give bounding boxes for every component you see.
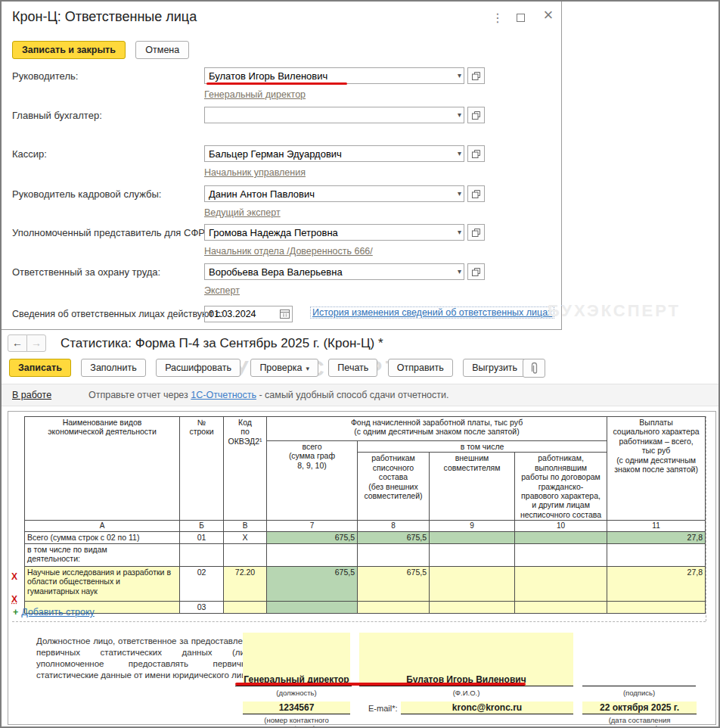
cell[interactable]	[180, 543, 224, 566]
cell[interactable]	[267, 543, 358, 566]
cell[interactable]: 675,5	[358, 566, 430, 601]
cell[interactable]	[267, 601, 358, 613]
open-record-button[interactable]	[467, 185, 485, 202]
valid-from-date-input[interactable]: 01.03.2024	[204, 306, 293, 322]
send-button[interactable]: Отправить	[388, 359, 453, 377]
print-area-divider	[12, 621, 706, 622]
window-menu-icon[interactable]: ⋮	[492, 11, 504, 25]
cell[interactable]: 675,5	[267, 566, 358, 601]
dropdown-arrow-icon[interactable]: ▾	[458, 110, 461, 119]
add-row-control: +Добавить строку	[13, 607, 95, 618]
manager-input[interactable]: Булатов Игорь Виленович ▾	[204, 67, 464, 84]
position-link[interactable]: Начальник управления	[204, 167, 306, 178]
history-link[interactable]: История изменения сведений об ответствен…	[310, 306, 554, 319]
dropdown-arrow-icon[interactable]: ▾	[458, 189, 461, 198]
dropdown-arrow-icon[interactable]: ▾	[458, 267, 461, 275]
open-record-button[interactable]	[467, 263, 485, 280]
labor-safety-input[interactable]: Воробьева Вера Валерьевна ▾	[204, 263, 464, 280]
dropdown-arrow-icon[interactable]: ▾	[458, 228, 461, 236]
cell[interactable]: 02	[180, 566, 224, 601]
cell[interactable]: 01	[180, 531, 224, 543]
page-title: Статистика: Форма П-4 за Сентябрь 2025 г…	[61, 336, 383, 351]
red-annotation-underline	[206, 82, 347, 85]
cell[interactable]	[430, 543, 515, 566]
open-record-button[interactable]	[467, 67, 485, 84]
decode-button[interactable]: Расшифровать	[156, 359, 241, 377]
maximize-icon[interactable]	[517, 14, 525, 22]
print-button[interactable]: Печать	[328, 359, 377, 377]
calendar-icon[interactable]	[279, 308, 290, 322]
export-button[interactable]: Выгрузить	[463, 359, 526, 377]
cell[interactable]	[430, 566, 515, 601]
dropdown-arrow-icon[interactable]: ▾	[458, 149, 461, 157]
cell[interactable]	[430, 531, 515, 543]
dropdown-arrow-icon[interactable]: ▾	[458, 71, 461, 79]
cell[interactable]: 27,8	[607, 531, 706, 543]
cell[interactable]: 03	[180, 601, 224, 613]
delete-row-icon[interactable]: X	[11, 571, 17, 582]
cashier-input[interactable]: Бальцер Герман Эдуардович ▾	[204, 145, 464, 162]
open-record-button[interactable]	[467, 224, 485, 241]
cell[interactable]: Научные исследования и разработки в обла…	[25, 566, 180, 601]
position-field[interactable]: Генеральный директор	[243, 633, 350, 686]
open-record-button[interactable]	[467, 145, 485, 162]
save-button[interactable]: Записать	[9, 359, 71, 377]
cell[interactable]	[515, 543, 607, 566]
open-icon	[471, 267, 481, 277]
position-link[interactable]: Генеральный директор	[204, 89, 306, 100]
cell[interactable]: Х	[224, 531, 267, 543]
open-icon	[471, 228, 481, 238]
cell[interactable]	[224, 601, 267, 613]
sfr-representative-input[interactable]: Громова Надежда Петровна ▾	[204, 224, 464, 241]
position-link[interactable]: Эксперт	[204, 285, 240, 296]
red-annotation-underline	[235, 683, 526, 686]
add-icon: +	[13, 607, 18, 618]
open-record-button[interactable]	[467, 107, 485, 123]
cell[interactable]: в том числе по видам деятельности:	[25, 543, 180, 566]
paperclip-icon	[529, 362, 539, 375]
field-label: Кассир:	[12, 148, 47, 160]
cell[interactable]: 72.20	[224, 566, 267, 601]
cell[interactable]	[607, 543, 706, 566]
hr-head-input[interactable]: Данин Антон Павлович ▾	[204, 185, 464, 202]
cell[interactable]	[358, 543, 430, 566]
attachments-button[interactable]	[523, 359, 545, 378]
email-field[interactable]: kronc@kronc.ru	[401, 702, 573, 714]
delete-row-icon[interactable]: X	[11, 594, 17, 605]
open-icon	[471, 71, 481, 81]
fill-button[interactable]: Заполнить	[81, 359, 145, 377]
forward-icon[interactable]: →	[26, 334, 46, 352]
status-state-link[interactable]: В работе	[12, 390, 51, 400]
field-label: Руководитель кадровой службы:	[12, 188, 161, 200]
cell[interactable]: 27,8	[607, 566, 706, 601]
position-link[interactable]: Ведущий эксперт	[204, 207, 281, 218]
cancel-button[interactable]: Отмена	[135, 41, 189, 59]
cell[interactable]	[358, 601, 430, 613]
check-button[interactable]: Проверка▾	[250, 359, 318, 377]
phone-field[interactable]: 1234567	[243, 702, 350, 714]
cell[interactable]	[224, 543, 267, 566]
header-cell: работникам, выполнявшим работы по догово…	[515, 453, 607, 521]
chief-accountant-input[interactable]: ▾	[204, 107, 464, 123]
caption: (дата составления документа)	[582, 717, 697, 728]
caption: (номер контактного телефона*)	[243, 717, 350, 728]
1c-reporting-link[interactable]: 1С-Отчетность	[191, 390, 256, 400]
add-row-link[interactable]: Добавить строку	[21, 607, 94, 618]
position-link[interactable]: Начальник отдела /Доверенность 666/	[204, 246, 373, 257]
cell[interactable]	[515, 601, 607, 613]
cell[interactable]	[515, 566, 607, 601]
cell[interactable]: 675,5	[358, 531, 430, 543]
signature-line	[582, 686, 696, 686]
statistics-form-window: БУХЭКСПЕРТ ←→ Статистика: Форма П-4 за С…	[2, 330, 720, 728]
close-icon[interactable]: ×	[542, 5, 555, 25]
doc-date-field[interactable]: 22 октября 2025 г.	[582, 702, 697, 714]
cell[interactable]: Всего (сумма строк с 02 по 11)	[25, 531, 180, 543]
save-and-close-button[interactable]: Записать и закрыть	[12, 41, 126, 59]
cell[interactable]: 675,5	[267, 531, 358, 543]
fio-field[interactable]: Булатов Игорь Виленович	[359, 633, 573, 686]
cell[interactable]	[430, 601, 515, 613]
back-icon[interactable]: ←	[8, 334, 27, 352]
cell[interactable]	[515, 531, 607, 543]
cell[interactable]	[607, 601, 706, 613]
dropdown-arrow-icon: ▾	[306, 365, 309, 372]
